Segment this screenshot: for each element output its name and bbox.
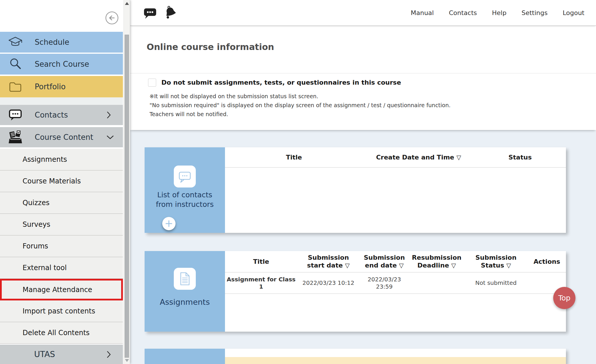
next-section-table: [225, 349, 566, 364]
nav-link-settings[interactable]: Settings: [521, 9, 547, 16]
table-header-row: Title Submission start date ▽ Submission…: [225, 251, 566, 272]
sort-triangle-icon: ▽: [506, 262, 511, 269]
column-header-submission-end[interactable]: Submission end date ▽: [359, 251, 409, 272]
sidebar-item-portfolio[interactable]: Portfolio: [0, 76, 123, 97]
sidebar-subitem-quizzes[interactable]: Quizzes: [0, 192, 123, 214]
sidebar-item-label: UTAS: [34, 350, 55, 359]
sidebar-item-contacts[interactable]: Contacts: [0, 105, 123, 125]
panel-label: Assignments: [145, 297, 225, 307]
sidebar-item-label: Course Content: [35, 133, 93, 142]
scroll-up-arrow-icon[interactable]: [125, 2, 129, 5]
sidebar-subitem-delete-all-contents[interactable]: Delete All Contents: [0, 322, 123, 344]
no-submit-checkbox[interactable]: [148, 79, 156, 87]
assignments-table: Title Submission start date ▽ Submission…: [225, 251, 566, 332]
page-title: Online course information: [147, 42, 274, 52]
nav-link-manual[interactable]: Manual: [411, 9, 434, 16]
next-section-header-band: [225, 357, 566, 364]
note-line: ※It will not be displayed on the submiss…: [150, 92, 451, 101]
sidebar-subitem-external-tool[interactable]: External tool: [0, 257, 123, 279]
sidebar-subitem-course-materials[interactable]: Course Materials: [0, 170, 123, 192]
sidebar-item-label: Search Course: [35, 60, 89, 68]
submission-start-cell: 2022/03/23 10:12: [297, 272, 359, 294]
document-icon: [174, 268, 196, 290]
checkbox-notes: ※It will not be displayed on the submiss…: [150, 92, 451, 119]
sidebar-item-label: Schedule: [35, 38, 69, 47]
sidebar-item-label: Contacts: [35, 111, 68, 119]
sidebar-subitem-forums[interactable]: Forums: [0, 235, 123, 257]
topbar: Manual Contacts Help Settings Logout: [130, 0, 596, 26]
contacts-from-instructors-card: List of contacts from instructors Title …: [145, 147, 566, 233]
assignments-panel[interactable]: Assignments: [145, 251, 225, 332]
nav-link-help[interactable]: Help: [492, 9, 506, 16]
column-header-title: Title: [225, 147, 363, 167]
scroll-to-top-button[interactable]: Top: [553, 287, 575, 309]
nav-link-logout[interactable]: Logout: [563, 9, 584, 16]
sidebar-header: [0, 0, 123, 32]
table-row: Assignment for Class 1 2022/03/23 10:12 …: [225, 272, 566, 294]
sidebar-subitem-import-past-contents[interactable]: Import past contents: [0, 300, 123, 322]
note-line: Teachers will not be notified.: [150, 110, 451, 119]
sort-triangle-icon: ▽: [451, 262, 456, 269]
sidebar-divider: [0, 97, 123, 105]
submission-status-cell: Not submitted: [464, 272, 528, 294]
contacts-panel[interactable]: List of contacts from instructors: [145, 147, 225, 233]
content-box-icon: [8, 129, 23, 145]
next-section-panel[interactable]: [145, 349, 225, 364]
add-contact-button[interactable]: [162, 217, 176, 230]
sidebar: Schedule Search Course Portfolio Contact…: [0, 0, 130, 364]
course-content-submenu: Assignments Course Materials Quizzes Sur…: [0, 149, 123, 344]
column-header-submission-status[interactable]: Submission Status ▽: [464, 251, 528, 272]
chat-bubble-icon: [8, 107, 23, 123]
column-header-create-date[interactable]: Create Date and Time ▽: [363, 147, 474, 167]
page-title-section: Online course information: [130, 26, 596, 73]
nav-link-contacts[interactable]: Contacts: [449, 9, 477, 16]
sidebar-item-course-content[interactable]: Course Content: [0, 127, 123, 147]
sort-triangle-icon: ▽: [456, 154, 461, 161]
resubmission-deadline-cell: [409, 272, 464, 294]
folder-icon: [8, 79, 23, 94]
chevron-down-icon: [106, 135, 114, 140]
sidebar-subitem-manage-attendance[interactable]: Manage Attendance: [0, 279, 123, 300]
no-submit-checkbox-label: Do not submit assignments, tests, or que…: [161, 79, 401, 86]
bell-icon[interactable]: [163, 5, 178, 20]
sort-triangle-icon: ▽: [345, 262, 350, 269]
note-line: "No submission required" is displayed on…: [150, 101, 451, 110]
topbar-nav: Manual Contacts Help Settings Logout: [411, 0, 584, 25]
submission-end-cell: 2022/03/23 23:59: [359, 272, 409, 294]
sidebar-item-schedule[interactable]: Schedule: [0, 32, 123, 53]
contacts-table: Title Create Date and Time ▽ Status: [225, 147, 566, 233]
sidebar-item-utas[interactable]: UTAS: [0, 345, 123, 364]
main-content: Manual Contacts Help Settings Logout Onl…: [130, 0, 596, 364]
sort-triangle-icon: ▽: [399, 262, 404, 269]
chat-bubble-outline-icon: [174, 166, 196, 187]
arrow-left-circle-icon: [105, 11, 119, 25]
column-header-title: Title: [225, 251, 297, 272]
scrollbar-thumb[interactable]: [125, 35, 129, 358]
sidebar-scrollbar[interactable]: [123, 0, 130, 364]
sidebar-subitem-surveys[interactable]: Surveys: [0, 214, 123, 235]
chevron-right-icon: [106, 111, 111, 119]
scroll-down-arrow-icon[interactable]: [125, 359, 129, 362]
assignments-card: Assignments Title Submission start date …: [145, 251, 566, 332]
assignment-title-cell[interactable]: Assignment for Class 1: [225, 272, 297, 294]
plus-icon: [162, 217, 176, 230]
next-section-card: [145, 349, 566, 364]
sidebar-item-search-course[interactable]: Search Course: [0, 54, 123, 75]
column-header-actions: Actions: [528, 251, 566, 272]
next-section-spacer: [225, 349, 566, 357]
graduation-cap-icon: [8, 34, 23, 50]
sidebar-subitem-assignments[interactable]: Assignments: [0, 149, 123, 170]
panel-label: List of contacts from instructors: [145, 190, 225, 209]
column-header-submission-start[interactable]: Submission start date ▽: [297, 251, 359, 272]
table-header-row: Title Create Date and Time ▽ Status: [225, 147, 566, 168]
page-header-area: Manual Contacts Help Settings Logout Onl…: [130, 0, 596, 130]
course-settings-section: Do not submit assignments, tests, or que…: [130, 73, 596, 130]
sidebar-collapse-button[interactable]: [105, 11, 119, 25]
column-header-resubmission-deadline[interactable]: Resubmission Deadline ▽: [409, 251, 464, 272]
sidebar-item-label: Portfolio: [35, 82, 66, 91]
chevron-right-icon: [106, 351, 111, 358]
column-header-status: Status: [474, 147, 566, 167]
magnifier-icon: [8, 56, 23, 72]
messages-icon[interactable]: [143, 8, 157, 19]
